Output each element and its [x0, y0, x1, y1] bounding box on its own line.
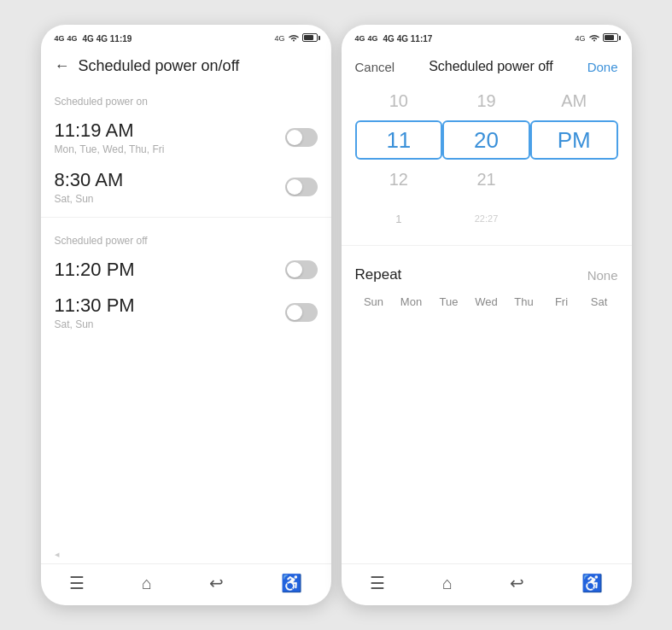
time-off-2: 11:30 PM [55, 295, 135, 317]
signal-4g2-left: 4G [67, 34, 78, 43]
time-left: 4G 4G 11:19 [83, 34, 132, 44]
schedule-info-on-1: 11:19 AM Mon, Tue, Wed, Thu, Fri [55, 120, 165, 155]
toggle-off-1[interactable] [285, 260, 318, 279]
repeat-label: Repeat [355, 266, 402, 283]
time-picker: 10 11 12 1 19 20 21 22:27 AM PM [342, 81, 632, 238]
divider-1 [41, 217, 331, 218]
time-on-1: 11:19 AM [55, 120, 165, 142]
nav-bar-left: ☰ ⌂ ↩ ♿ [41, 563, 331, 605]
toggle-on-1[interactable] [285, 128, 318, 147]
minute-item-21[interactable]: 21 [442, 160, 530, 199]
repeat-value: None [587, 268, 618, 283]
nav-accessibility-left[interactable]: ♿ [281, 573, 302, 593]
time-right: 4G 4G 11:17 [383, 34, 433, 44]
wifi-icon-left [288, 33, 300, 44]
day-wed[interactable]: Wed [473, 295, 500, 308]
page-title-left: Scheduled power on/off [79, 57, 240, 75]
wifi-icon-right [588, 33, 600, 44]
hour-item-10[interactable]: 10 [355, 81, 443, 120]
hour-item-12[interactable]: 12 [355, 160, 443, 199]
day-fri[interactable]: Fri [548, 295, 576, 308]
toggle-knob-on-1 [287, 130, 302, 145]
minute-item-19[interactable]: 19 [442, 81, 530, 120]
schedule-info-on-2: 8:30 AM Sat, Sun [55, 169, 124, 205]
hour-item-1[interactable]: 1 [355, 199, 443, 238]
nav-back-right[interactable]: ↩ [510, 573, 524, 593]
status-left-info: 4G 4G 4G 4G 11:19 [55, 34, 132, 44]
time-on-2: 8:30 AM [55, 169, 124, 191]
period-item-am[interactable]: AM [530, 81, 618, 120]
picker-column-hours[interactable]: 10 11 12 1 [355, 81, 443, 238]
done-button[interactable]: Done [587, 60, 618, 74]
screen-content-right: Cancel Scheduled power off Done 10 11 12… [342, 49, 632, 563]
signal-4g-right: 4G [355, 34, 365, 43]
status-bar-right: 4G 4G 4G 4G 11:17 4G [342, 25, 632, 49]
divider-2 [342, 245, 632, 246]
screen-content-left: ← Scheduled power on/off Scheduled power… [41, 49, 331, 563]
signal-indicator-left: ◂ [41, 545, 331, 563]
schedule-item-on-1[interactable]: 11:19 AM Mon, Tue, Wed, Thu, Fri [41, 113, 331, 162]
nav-home-left[interactable]: ⌂ [142, 574, 152, 593]
minute-item-22[interactable]: 22:27 [442, 199, 530, 238]
minute-item-20[interactable]: 20 [442, 120, 530, 160]
right-phone: 4G 4G 4G 4G 11:17 4G Cancel Scheduled po… [342, 25, 632, 605]
picker-column-period[interactable]: AM PM [530, 81, 618, 238]
days-off-2: Sat, Sun [55, 318, 135, 330]
day-mon[interactable]: Mon [398, 295, 425, 308]
schedule-item-off-1[interactable]: 11:20 PM [41, 252, 331, 288]
header-bar-left: ← Scheduled power on/off [41, 49, 331, 84]
nav-home-right[interactable]: ⌂ [442, 574, 453, 593]
picker-header: Cancel Scheduled power off Done [342, 49, 632, 81]
battery-left [302, 33, 318, 44]
nav-back-left[interactable]: ↩ [209, 573, 224, 593]
day-sat[interactable]: Sat [586, 295, 613, 308]
signal-4g2-right: 4G [368, 34, 378, 43]
status-right-icons-left: 4G [274, 33, 317, 44]
cancel-button[interactable]: Cancel [355, 60, 395, 74]
days-row: Sun Mon Tue Wed Thu Fri Sat [342, 290, 632, 313]
days-on-2: Sat, Sun [55, 193, 124, 205]
day-sun[interactable]: Sun [360, 295, 388, 308]
toggle-knob-off-2 [287, 305, 302, 320]
days-on-1: Mon, Tue, Wed, Thu, Fri [55, 143, 165, 155]
toggle-knob-off-1 [287, 262, 302, 277]
spacer-left [41, 337, 331, 545]
nav-menu-left[interactable]: ☰ [69, 573, 85, 593]
signal-icon-left: 4G [274, 34, 284, 43]
spacer-right [342, 313, 632, 563]
section-label-off: Scheduled power off [41, 223, 331, 252]
battery-right [603, 33, 618, 44]
section-label-on: Scheduled power on [41, 84, 331, 113]
day-thu[interactable]: Thu [511, 295, 538, 308]
schedule-item-on-2[interactable]: 8:30 AM Sat, Sun [41, 162, 331, 212]
period-item-pm[interactable]: PM [530, 120, 618, 160]
nav-menu-right[interactable]: ☰ [370, 573, 385, 593]
toggle-knob-on-2 [287, 179, 302, 195]
signal-icon-right: 4G [575, 34, 585, 43]
nav-accessibility-right[interactable]: ♿ [581, 573, 603, 593]
schedule-info-off-1: 11:20 PM [55, 259, 135, 281]
status-left-info-right: 4G 4G 4G 4G 11:17 [355, 34, 433, 44]
toggle-on-2[interactable] [285, 178, 318, 196]
status-bar-left: 4G 4G 4G 4G 11:19 4G [41, 25, 331, 49]
time-off-1: 11:20 PM [55, 259, 135, 281]
picker-title: Scheduled power off [429, 59, 553, 74]
left-phone: 4G 4G 4G 4G 11:19 4G ← Scheduled power o… [41, 25, 331, 605]
signal-4g-left: 4G [55, 34, 65, 43]
schedule-info-off-2: 11:30 PM Sat, Sun [55, 295, 135, 330]
status-right-icons-right: 4G [575, 33, 617, 44]
day-tue[interactable]: Tue [435, 295, 463, 308]
schedule-item-off-2[interactable]: 11:30 PM Sat, Sun [41, 288, 331, 337]
nav-bar-right: ☰ ⌂ ↩ ♿ [342, 563, 632, 605]
repeat-section[interactable]: Repeat None [342, 253, 632, 290]
picker-column-minutes[interactable]: 19 20 21 22:27 [442, 81, 530, 238]
hour-item-11[interactable]: 11 [355, 120, 443, 160]
back-button-left[interactable]: ← [55, 57, 70, 75]
toggle-off-2[interactable] [285, 303, 318, 322]
